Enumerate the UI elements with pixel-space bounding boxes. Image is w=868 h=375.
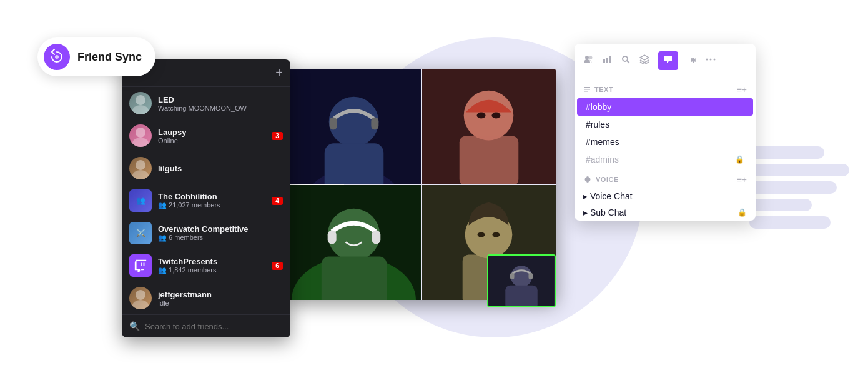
video-cell-1	[287, 69, 421, 184]
friend-item[interactable]: LED Watching MOONMOON_OW	[122, 87, 290, 119]
svg-rect-38	[603, 59, 605, 63]
friend-sync-pill[interactable]: Friend Sync	[37, 38, 155, 76]
friend-item[interactable]: TwitchPresents 👥 1,842 members 6	[122, 249, 290, 282]
svg-rect-40	[609, 56, 611, 63]
friend-name: jeffgerstmann	[158, 290, 283, 299]
layers-icon[interactable]	[639, 54, 649, 67]
add-friend-button[interactable]: +	[275, 66, 283, 80]
video-cell-3	[287, 185, 421, 300]
svg-point-16	[464, 91, 514, 141]
channel-item-rules[interactable]: #rules	[577, 116, 753, 133]
svg-rect-33	[505, 286, 537, 306]
lock-icon: 🔒	[737, 208, 747, 217]
text-section-label: TEXT	[583, 86, 613, 93]
svg-rect-14	[371, 118, 378, 130]
svg-point-0	[55, 55, 59, 59]
add-voice-channel-button[interactable]: ≡+	[737, 174, 747, 184]
svg-point-5	[136, 160, 145, 170]
svg-point-36	[585, 56, 589, 59]
svg-point-3	[136, 128, 145, 138]
people-icon[interactable]	[583, 54, 593, 67]
channel-name: #lobby	[586, 102, 611, 112]
chat-icon[interactable]	[658, 51, 678, 70]
avatar	[129, 287, 152, 309]
channel-item-memes[interactable]: #memes	[577, 133, 753, 151]
svg-rect-25	[372, 231, 380, 244]
friend-name: Laupsy	[158, 128, 265, 137]
decorative-lines	[749, 146, 849, 229]
friend-info: The Cohhilition 👥 21,027 members	[158, 192, 265, 209]
svg-point-7	[136, 290, 145, 300]
voice-item-voice-chat[interactable]: ▸ Voice Chat	[575, 188, 756, 204]
voice-section-header: VOICE ≡+	[575, 168, 756, 188]
svg-point-29	[478, 232, 485, 238]
friend-status: 👥 21,027 members	[158, 201, 265, 209]
svg-rect-12	[325, 143, 384, 184]
svg-point-43	[706, 59, 708, 61]
text-section-header: TEXT ≡+	[575, 78, 756, 98]
friend-item[interactable]: ⚔️ Overwatch Competitive 👥 6 members	[122, 217, 290, 249]
gear-icon[interactable]	[687, 54, 697, 67]
friend-sync-label: Friend Sync	[77, 51, 142, 64]
friend-item[interactable]: Laupsy Online 3	[122, 119, 290, 152]
voice-channel-name: ▸ Voice Chat	[583, 191, 633, 201]
deco-line	[749, 181, 837, 194]
svg-rect-24	[328, 231, 337, 244]
notification-badge: 6	[272, 262, 283, 270]
svg-point-41	[623, 56, 628, 61]
friend-info: LED Watching MOONMOON_OW	[158, 95, 283, 112]
avatar	[129, 124, 152, 147]
friend-status: 👥 1,842 members	[158, 266, 265, 274]
friend-name: Overwatch Competitive	[158, 224, 283, 234]
friend-item[interactable]: 👥 The Cohhilition 👥 21,027 members 4	[122, 184, 290, 217]
svg-point-19	[491, 112, 500, 119]
self-view	[487, 254, 556, 308]
svg-point-18	[477, 112, 486, 119]
svg-point-2	[132, 105, 149, 114]
svg-rect-13	[330, 118, 337, 130]
search-input[interactable]	[145, 322, 283, 331]
channel-toolbar	[575, 44, 756, 78]
channel-name: #memes	[586, 137, 619, 147]
svg-rect-48	[584, 91, 588, 92]
channel-body: TEXT ≡+ #lobby #rules #memes #admins 🔒 V…	[575, 78, 756, 221]
search-bar: 🔍	[122, 314, 290, 338]
lock-icon: 🔒	[735, 155, 744, 164]
group-avatar: ⚔️	[129, 222, 152, 244]
add-text-channel-button[interactable]: ≡+	[737, 84, 747, 94]
svg-point-44	[710, 59, 712, 61]
bar-chart-icon[interactable]	[602, 54, 612, 67]
friend-status: Online	[158, 137, 265, 144]
more-icon[interactable]	[706, 54, 716, 67]
svg-point-45	[714, 59, 716, 61]
avatar	[129, 157, 152, 179]
voice-item-sub-chat[interactable]: ▸ Sub Chat 🔒	[575, 204, 756, 221]
friend-info: Laupsy Online	[158, 128, 265, 144]
group-avatar: 👥	[129, 189, 152, 212]
channel-item-lobby[interactable]: #lobby	[577, 98, 753, 116]
notification-badge: 3	[272, 132, 283, 140]
friend-item[interactable]: jeffgerstmann Idle	[122, 282, 290, 314]
friend-status: Watching MOONMOON_OW	[158, 104, 283, 112]
friend-info: TwitchPresents 👥 1,842 members	[158, 257, 265, 274]
deco-line	[749, 164, 849, 176]
friend-item[interactable]: lilguts	[122, 152, 290, 184]
video-cell-2	[422, 69, 556, 184]
channel-item-admins[interactable]: #admins 🔒	[577, 151, 753, 168]
notification-badge: 4	[272, 197, 283, 205]
friends-panel: + LED Watching MOONMOON_OW Laupsy Online…	[122, 59, 290, 338]
group-avatar	[129, 254, 152, 277]
svg-point-30	[492, 232, 500, 238]
voice-channel-name: ▸ Sub Chat	[583, 208, 626, 218]
svg-rect-35	[528, 273, 533, 279]
friend-info: Overwatch Competitive 👥 6 members	[158, 224, 283, 242]
friend-name: TwitchPresents	[158, 257, 265, 266]
deco-line	[749, 146, 824, 159]
search-icon[interactable]	[621, 54, 631, 67]
svg-line-42	[627, 61, 629, 63]
friend-status: 👥 6 members	[158, 234, 283, 242]
svg-point-4	[132, 138, 149, 147]
deco-line	[749, 216, 831, 229]
friend-status: Idle	[158, 299, 283, 307]
channel-name: #admins	[586, 154, 619, 164]
